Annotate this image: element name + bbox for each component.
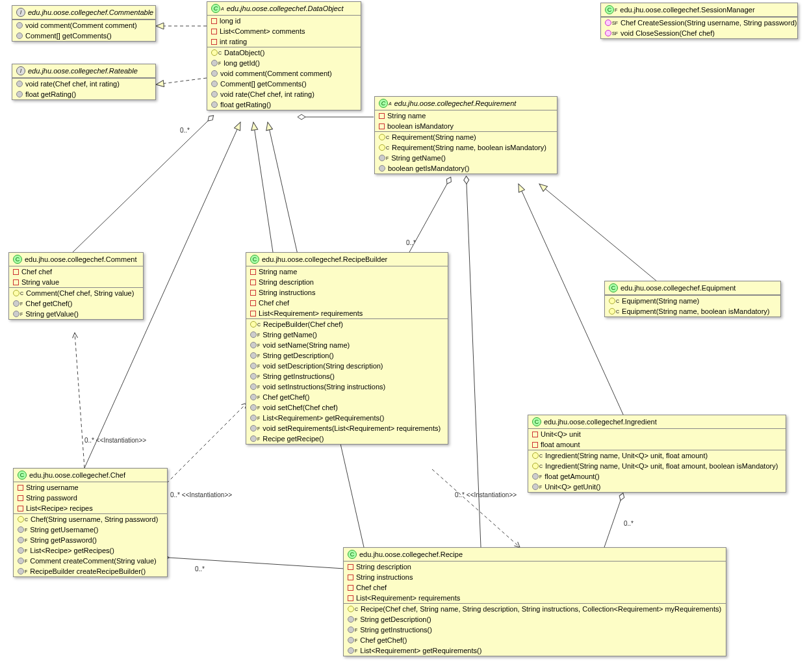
method-icon — [18, 558, 24, 564]
method-icon — [16, 22, 23, 29]
field-icon — [211, 39, 217, 45]
method-icon — [16, 91, 23, 97]
field-icon — [532, 442, 538, 448]
multiplicity-label: 0..* <<Instantiation>> — [84, 437, 146, 444]
field-icon — [250, 290, 256, 296]
class-comment: Cedu.jhu.oose.collegechef.Comment Chef c… — [8, 252, 144, 320]
method-icon — [18, 526, 24, 533]
class-icon: C — [250, 255, 259, 264]
method-icon — [16, 81, 23, 87]
method-icon — [348, 637, 354, 643]
multiplicity-label: 0..* — [180, 127, 190, 134]
method-icon — [250, 331, 257, 338]
constructor-icon — [348, 606, 354, 612]
method-icon — [13, 311, 19, 317]
field-icon — [250, 269, 256, 275]
class-icon: C — [348, 550, 357, 559]
method-icon — [348, 627, 354, 633]
constructor-icon — [13, 290, 19, 296]
field-icon — [379, 123, 385, 129]
class-title: edu.jhu.oose.collegechef.Ingredient — [544, 418, 657, 426]
constructor-icon — [609, 298, 615, 304]
field-icon — [348, 595, 353, 601]
interface-icon: I — [16, 8, 25, 17]
field-icon — [250, 311, 256, 317]
class-rateable: Iedu.jhu.oose.collegechef.Rateable void … — [12, 64, 156, 100]
field-icon — [13, 269, 19, 275]
class-icon: C — [13, 255, 22, 264]
method-icon — [211, 101, 218, 108]
class-title: edu.jhu.oose.collegechef.Rateable — [28, 67, 138, 75]
method-icon — [18, 547, 24, 554]
class-title: edu.jhu.oose.collegechef.Equipment — [621, 284, 736, 292]
static-method-icon — [605, 19, 611, 26]
class-recipe: Cedu.jhu.oose.collegechef.Recipe String … — [343, 547, 726, 656]
method-icon — [250, 404, 257, 411]
field-icon — [13, 279, 19, 285]
method-icon — [16, 32, 23, 39]
class-recipebuilder: Cedu.jhu.oose.collegechef.RecipeBuilder … — [246, 252, 448, 445]
svg-line-4 — [253, 122, 273, 252]
method-icon — [250, 373, 257, 380]
field-icon — [348, 564, 353, 570]
method-icon — [532, 484, 539, 490]
method-icon — [18, 568, 24, 575]
method-icon — [379, 165, 385, 172]
method-icon — [13, 300, 19, 307]
class-dataobject: CAedu.jhu.oose.collegechef.DataObject lo… — [207, 1, 361, 110]
svg-line-1 — [156, 78, 207, 84]
class-title: edu.jhu.oose.collegechef.DataObject — [227, 5, 344, 12]
class-ingredient: Cedu.jhu.oose.collegechef.Ingredient Uni… — [528, 415, 786, 493]
multiplicity-label: 0..* — [406, 239, 416, 246]
class-sessionmanager: CFedu.jhu.oose.collegechef.SessionManage… — [600, 3, 798, 39]
abstract-class-icon: C — [379, 99, 388, 108]
method-icon — [211, 70, 218, 77]
class-icon: C — [532, 417, 541, 426]
field-icon — [532, 432, 538, 437]
method-icon — [18, 537, 24, 543]
constructor-icon — [211, 49, 218, 56]
method-icon — [250, 435, 257, 442]
method-icon — [250, 352, 257, 359]
method-icon — [250, 383, 257, 390]
class-icon: C — [18, 471, 27, 480]
constructor-icon — [18, 516, 24, 523]
constructor-icon — [379, 134, 385, 140]
field-icon — [211, 18, 217, 24]
method-icon — [348, 616, 354, 623]
constructor-icon — [250, 321, 257, 328]
field-icon — [211, 29, 217, 34]
method-icon — [379, 155, 385, 161]
static-method-icon — [605, 30, 611, 36]
svg-line-15 — [604, 500, 621, 547]
method-icon — [211, 91, 218, 97]
class-icon: C — [605, 5, 614, 14]
constructor-icon — [379, 144, 385, 151]
field-icon — [348, 585, 353, 591]
field-icon — [250, 279, 256, 285]
svg-line-9 — [539, 184, 656, 281]
svg-line-12 — [162, 403, 247, 487]
field-icon — [18, 506, 23, 511]
field-icon — [250, 300, 256, 306]
method-icon — [211, 81, 218, 87]
svg-line-11 — [75, 333, 84, 468]
method-icon — [250, 363, 257, 369]
method-icon — [250, 394, 257, 400]
field-icon — [18, 485, 23, 491]
constructor-icon — [532, 452, 539, 459]
class-title: edu.jhu.oose.collegechef.RecipeBuilder — [262, 255, 387, 263]
class-title: edu.jhu.oose.collegechef.SessionManager — [620, 6, 754, 14]
method-icon — [348, 647, 354, 654]
multiplicity-label: 0..* <<Instantiation>> — [170, 491, 232, 498]
class-equipment: Cedu.jhu.oose.collegechef.Equipment CEqu… — [604, 281, 781, 317]
method-icon — [211, 60, 218, 66]
method-icon — [250, 425, 257, 432]
class-title: edu.jhu.oose.collegechef.Requirement — [394, 99, 517, 107]
field-icon — [348, 575, 353, 580]
svg-line-13 — [432, 469, 520, 547]
class-commentable: Iedu.jhu.oose.collegechef.Commentable vo… — [12, 5, 156, 42]
constructor-icon — [609, 308, 615, 315]
svg-line-2 — [73, 121, 208, 252]
field-icon — [379, 113, 385, 119]
